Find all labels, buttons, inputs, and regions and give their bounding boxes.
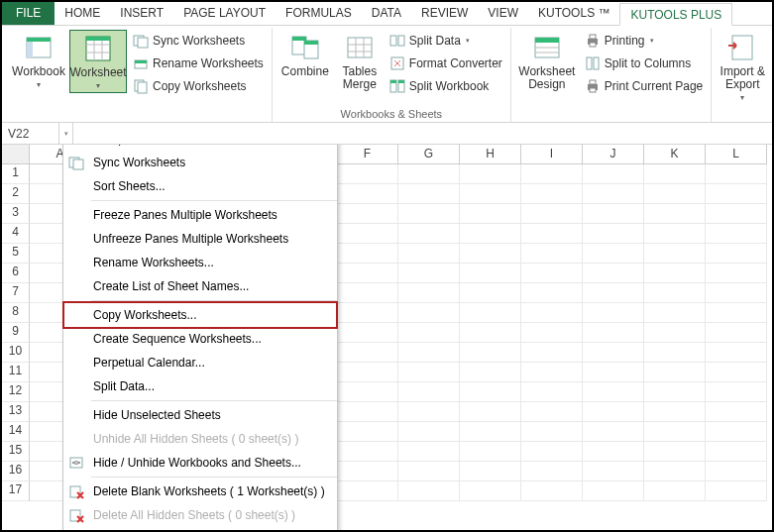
column-header[interactable]: F bbox=[337, 145, 398, 164]
cell[interactable] bbox=[706, 382, 767, 402]
row-header[interactable]: 1 bbox=[2, 164, 30, 184]
menu-item-perpetual-calendar[interactable]: Perpetual Calendar... bbox=[63, 351, 337, 374]
cell[interactable] bbox=[398, 481, 460, 501]
cell[interactable] bbox=[706, 343, 767, 363]
rename-worksheets-button[interactable]: Rename Worksheets bbox=[129, 53, 268, 74]
cell[interactable] bbox=[337, 303, 398, 323]
cell[interactable] bbox=[460, 323, 521, 343]
combine-button[interactable]: Combine bbox=[276, 30, 334, 80]
cell[interactable] bbox=[521, 244, 583, 264]
menu-item-split-data[interactable]: Split Data... bbox=[63, 374, 337, 398]
cell[interactable] bbox=[398, 264, 460, 283]
cell[interactable] bbox=[644, 244, 706, 264]
cell[interactable] bbox=[644, 442, 706, 462]
cell[interactable] bbox=[337, 264, 398, 283]
cell[interactable] bbox=[706, 283, 767, 303]
worksheet-button[interactable]: Worksheet ▾ bbox=[69, 30, 127, 93]
row-header[interactable]: 12 bbox=[2, 382, 30, 402]
sync-worksheets-button[interactable]: Sync Worksheets bbox=[129, 30, 268, 52]
workbook-button[interactable]: Workbook ▾ bbox=[10, 30, 67, 91]
tab-insert[interactable]: INSERT bbox=[110, 2, 173, 25]
column-header[interactable]: I bbox=[521, 145, 583, 164]
tab-home[interactable]: HOME bbox=[55, 2, 110, 25]
cell[interactable] bbox=[337, 184, 398, 204]
row-header[interactable]: 6 bbox=[2, 264, 30, 283]
row-header[interactable]: 11 bbox=[2, 363, 30, 382]
menu-item-unfreeze-panes-multiple-worksheets[interactable]: Unfreeze Panes Multiple Worksheets bbox=[63, 227, 337, 251]
cell[interactable] bbox=[460, 244, 521, 264]
cell[interactable] bbox=[706, 164, 767, 184]
cell[interactable] bbox=[521, 343, 583, 363]
cell[interactable] bbox=[521, 363, 583, 382]
row-header[interactable]: 15 bbox=[2, 442, 30, 462]
cell[interactable] bbox=[337, 204, 398, 224]
cell[interactable] bbox=[706, 303, 767, 323]
select-all-corner[interactable] bbox=[2, 145, 30, 164]
cell[interactable] bbox=[706, 204, 767, 224]
cell[interactable] bbox=[706, 184, 767, 204]
row-header[interactable]: 4 bbox=[2, 224, 30, 244]
split-data-button[interactable]: Split Data▾ bbox=[386, 30, 506, 52]
tab-kutools-[interactable]: KUTOOLS ™ bbox=[528, 2, 619, 25]
cell[interactable] bbox=[644, 204, 706, 224]
cell[interactable] bbox=[644, 363, 706, 382]
split-columns-button[interactable]: Split to Columns bbox=[581, 53, 707, 74]
print-current-button[interactable]: Print Current Page bbox=[581, 75, 707, 97]
cell[interactable] bbox=[398, 283, 460, 303]
cell[interactable] bbox=[521, 283, 583, 303]
row-header[interactable]: 8 bbox=[2, 303, 30, 323]
cell[interactable] bbox=[460, 303, 521, 323]
cell[interactable] bbox=[706, 442, 767, 462]
cell[interactable] bbox=[398, 224, 460, 244]
column-header[interactable]: J bbox=[583, 145, 644, 164]
cell[interactable] bbox=[337, 402, 398, 422]
cell[interactable] bbox=[398, 402, 460, 422]
cell[interactable] bbox=[398, 382, 460, 402]
cell[interactable] bbox=[337, 382, 398, 402]
cell[interactable] bbox=[583, 442, 644, 462]
cell[interactable] bbox=[398, 422, 460, 442]
cell[interactable] bbox=[521, 422, 583, 442]
cell[interactable] bbox=[644, 462, 706, 481]
row-header[interactable]: 17 bbox=[2, 481, 30, 501]
cell[interactable] bbox=[583, 224, 644, 244]
cell[interactable] bbox=[583, 264, 644, 283]
cell[interactable] bbox=[706, 224, 767, 244]
cell[interactable] bbox=[398, 303, 460, 323]
cell[interactable] bbox=[644, 402, 706, 422]
row-header[interactable]: 10 bbox=[2, 343, 30, 363]
cell[interactable] bbox=[644, 382, 706, 402]
cell[interactable] bbox=[644, 303, 706, 323]
column-header[interactable]: L bbox=[706, 145, 767, 164]
cell[interactable] bbox=[460, 422, 521, 442]
cell[interactable] bbox=[398, 363, 460, 382]
menu-item-freeze-panes-multiple-worksheets[interactable]: Freeze Panes Multiple Worksheets bbox=[63, 203, 337, 227]
cell[interactable] bbox=[398, 462, 460, 481]
cell[interactable] bbox=[460, 283, 521, 303]
cell[interactable] bbox=[337, 323, 398, 343]
cell[interactable] bbox=[460, 224, 521, 244]
cell[interactable] bbox=[583, 343, 644, 363]
cell[interactable] bbox=[337, 343, 398, 363]
cell[interactable] bbox=[644, 323, 706, 343]
cell[interactable] bbox=[398, 184, 460, 204]
cell[interactable] bbox=[706, 462, 767, 481]
column-header[interactable]: H bbox=[460, 145, 521, 164]
cell[interactable] bbox=[706, 363, 767, 382]
cell[interactable] bbox=[583, 462, 644, 481]
row-header[interactable]: 5 bbox=[2, 244, 30, 264]
cell[interactable] bbox=[398, 244, 460, 264]
cell[interactable] bbox=[644, 283, 706, 303]
cell[interactable] bbox=[521, 224, 583, 244]
cell[interactable] bbox=[337, 422, 398, 442]
menu-item-create-sequence-worksheets[interactable]: Create Sequence Worksheets... bbox=[63, 327, 337, 351]
cell[interactable] bbox=[460, 382, 521, 402]
cell[interactable] bbox=[706, 264, 767, 283]
cell[interactable] bbox=[337, 224, 398, 244]
worksheet-design-button[interactable]: Worksheet Design bbox=[515, 30, 579, 93]
tab-review[interactable]: REVIEW bbox=[411, 2, 478, 25]
row-header[interactable]: 9 bbox=[2, 323, 30, 343]
cell[interactable] bbox=[398, 343, 460, 363]
cell[interactable] bbox=[337, 164, 398, 184]
cell[interactable] bbox=[644, 481, 706, 501]
